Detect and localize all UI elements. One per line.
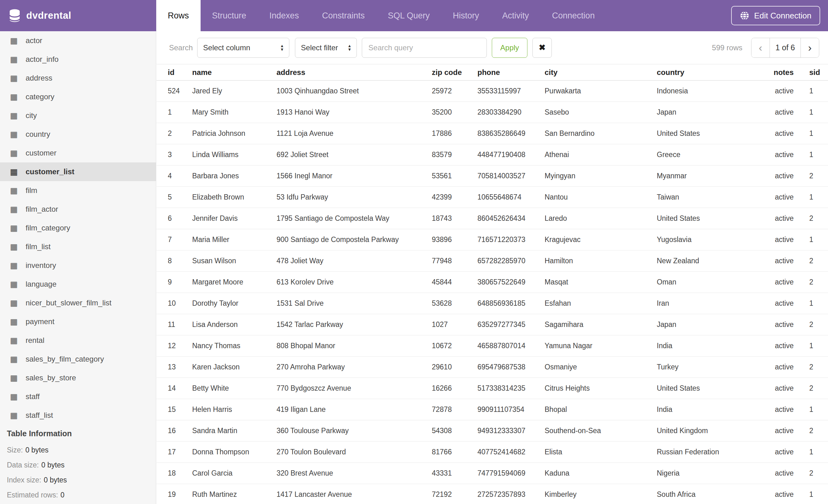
clear-search-button[interactable]: ✖ (532, 38, 552, 58)
column-header-sid[interactable]: sid (795, 64, 828, 81)
cell-phone: 272572357893 (478, 484, 545, 504)
table-info-value: 0 bytes (41, 461, 65, 469)
table-row[interactable]: 10Dorothy Taylor1531 Sal Drive5362864885… (157, 293, 828, 314)
tab-indexes[interactable]: Indexes (258, 0, 310, 31)
cell-phone: 380657522649 (478, 272, 545, 293)
tab-activity[interactable]: Activity (491, 0, 541, 31)
results-table: idnameaddresszip codephonecitycountrynot… (157, 64, 828, 504)
sidebar-item-staff[interactable]: ▦staff (0, 387, 156, 406)
table-row[interactable]: 1Mary Smith1913 Hanoi Way352002830338429… (157, 102, 828, 123)
table-grid-icon: ▦ (10, 355, 20, 364)
table-row[interactable]: 3Linda Williams692 Joliet Street83579448… (157, 144, 828, 166)
column-header-address[interactable]: address (277, 64, 432, 81)
table-row[interactable]: 4Barbara Jones1566 Inegl Manor5356170581… (157, 166, 828, 187)
table-row[interactable]: 7Maria Miller900 Santiago de Compostela … (157, 229, 828, 250)
sidebar-item-actor[interactable]: ▦actor (0, 31, 156, 50)
cell-sid: 1 (795, 335, 828, 357)
edit-connection-button[interactable]: Edit Connection (731, 6, 820, 25)
cell-id: 2 (157, 123, 192, 144)
table-row[interactable]: 5Elizabeth Brown53 Idfu Parkway423991065… (157, 187, 828, 208)
column-header-notes[interactable]: notes (768, 64, 795, 81)
column-header-phone[interactable]: phone (478, 64, 545, 81)
sidebar-item-label: customer_list (26, 167, 74, 176)
apply-button[interactable]: Apply (492, 38, 528, 58)
column-select[interactable]: Select column ▲▼ (197, 38, 289, 58)
table-info-field: Size:0 bytes (7, 443, 156, 457)
sidebar-item-film-list[interactable]: ▦film_list (0, 237, 156, 256)
cell-city: Kragujevac (545, 229, 657, 250)
table-row[interactable]: 2Patricia Johnson1121 Loja Avenue1788683… (157, 123, 828, 144)
tab-connection[interactable]: Connection (541, 0, 607, 31)
sidebar-item-label: film_category (26, 224, 70, 232)
select-arrows-icon: ▲▼ (347, 44, 351, 51)
table-row[interactable]: 17Donna Thompson270 Toulon Boulevard8176… (157, 442, 828, 463)
table-row[interactable]: 6Jennifer Davis1795 Santiago de Composte… (157, 208, 828, 229)
cell-name: Barbara Jones (192, 166, 277, 187)
table-row[interactable]: 524Jared Ely1003 Qinhuangdao Street25972… (157, 81, 828, 102)
tab-history[interactable]: History (441, 0, 491, 31)
tab-sql-query[interactable]: SQL Query (376, 0, 441, 31)
cell-notes: active (768, 102, 795, 123)
cell-id: 19 (157, 484, 192, 504)
column-header-id[interactable]: id (157, 64, 192, 81)
sidebar-item-customer-list[interactable]: ▦customer_list (0, 163, 156, 181)
cell-address: 613 Korolev Drive (277, 272, 432, 293)
cell-name: Helen Harris (192, 399, 277, 420)
cell-sid: 1 (795, 442, 828, 463)
filter-select[interactable]: Select filter ▲▼ (295, 38, 357, 58)
cell-zip-code: 93896 (432, 229, 478, 250)
sidebar-item-customer[interactable]: ▦customer (0, 144, 156, 163)
table-grid-icon: ▦ (10, 36, 20, 46)
column-header-city[interactable]: city (545, 64, 657, 81)
cell-name: Margaret Moore (192, 272, 277, 293)
sidebar-item-film-actor[interactable]: ▦film_actor (0, 200, 156, 219)
table-row[interactable]: 8Susan Wilson478 Joliet Way7794865728228… (157, 250, 828, 272)
column-header-name[interactable]: name (192, 64, 277, 81)
table-row[interactable]: 11Lisa Anderson1542 Tarlac Parkway102763… (157, 314, 828, 335)
cell-phone: 517338314235 (478, 378, 545, 399)
table-row[interactable]: 15Helen Harris419 Iligan Lane72878990911… (157, 399, 828, 420)
tab-rows[interactable]: Rows (156, 0, 201, 31)
sidebar-item-country[interactable]: ▦country (0, 125, 156, 144)
table-grid-icon: ▦ (10, 130, 20, 139)
prev-page-button[interactable]: ‹ (751, 38, 770, 57)
next-page-button[interactable]: › (801, 38, 819, 57)
sidebar-item-staff-list[interactable]: ▦staff_list (0, 406, 156, 425)
cell-id: 4 (157, 166, 192, 187)
sidebar-item-film[interactable]: ▦film (0, 181, 156, 200)
table-row[interactable]: 16Sandra Martin360 Toulouse Parkway54308… (157, 420, 828, 442)
table-row[interactable]: 13Karen Jackson270 Amroha Parkway2961069… (157, 357, 828, 378)
sidebar-item-category[interactable]: ▦category (0, 87, 156, 106)
sidebar-item-city[interactable]: ▦city (0, 106, 156, 125)
sidebar-item-language[interactable]: ▦language (0, 275, 156, 293)
sidebar-item-film-category[interactable]: ▦film_category (0, 219, 156, 237)
cell-address: 320 Brest Avenue (277, 463, 432, 484)
sidebar-item-payment[interactable]: ▦payment (0, 312, 156, 331)
sidebar-item-actor-info[interactable]: ▦actor_info (0, 50, 156, 69)
column-header-zip-code[interactable]: zip code (432, 64, 478, 81)
cell-notes: active (768, 293, 795, 314)
x-icon: ✖ (539, 43, 545, 52)
sidebar-item-sales-by-film-category[interactable]: ▦sales_by_film_category (0, 350, 156, 368)
tab-constraints[interactable]: Constraints (310, 0, 376, 31)
cell-id: 12 (157, 335, 192, 357)
sidebar-item-address[interactable]: ▦address (0, 69, 156, 87)
column-header-country[interactable]: country (657, 64, 768, 81)
cell-address: 770 Bydgoszcz Avenue (277, 378, 432, 399)
sidebar-item-sales-by-store[interactable]: ▦sales_by_store (0, 368, 156, 387)
cell-id: 10 (157, 293, 192, 314)
sidebar-item-rental[interactable]: ▦rental (0, 331, 156, 350)
cell-name: Lisa Anderson (192, 314, 277, 335)
table-info-value: 0 bytes (25, 446, 48, 454)
tab-structure[interactable]: Structure (201, 0, 258, 31)
table-row[interactable]: 19Ruth Martinez1417 Lancaster Avenue7219… (157, 484, 828, 504)
table-row[interactable]: 12Nancy Thomas808 Bhopal Manor1067246588… (157, 335, 828, 357)
table-row[interactable]: 14Betty White770 Bydgoszcz Avenue1626651… (157, 378, 828, 399)
table-row[interactable]: 18Carol Garcia320 Brest Avenue4333174779… (157, 463, 828, 484)
sidebar-item-nicer-but-slower-film-list[interactable]: ▦nicer_but_slower_film_list (0, 293, 156, 312)
table-grid-icon: ▦ (10, 167, 20, 177)
cell-country: United States (657, 208, 768, 229)
sidebar-item-inventory[interactable]: ▦inventory (0, 256, 156, 275)
table-row[interactable]: 9Margaret Moore613 Korolev Drive45844380… (157, 272, 828, 293)
search-query-input[interactable] (362, 38, 487, 58)
